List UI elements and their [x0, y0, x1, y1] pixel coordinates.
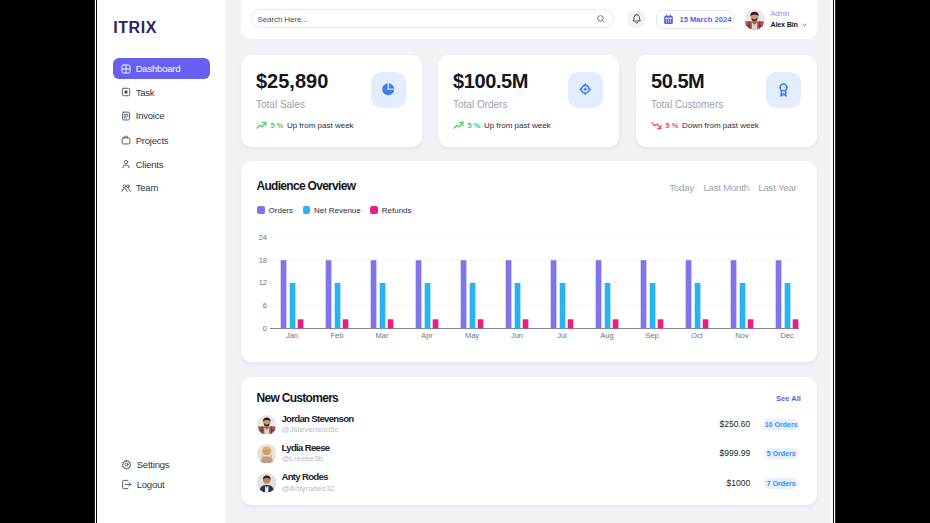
svg-text:Jan: Jan — [286, 330, 298, 339]
svg-text:Nov: Nov — [736, 330, 750, 339]
svg-text:0: 0 — [263, 324, 267, 333]
svg-text:Aug: Aug — [601, 330, 614, 339]
svg-text:Apr: Apr — [422, 330, 434, 339]
svg-text:Jun: Jun — [511, 330, 523, 339]
svg-text:18: 18 — [259, 255, 267, 264]
svg-text:Sep: Sep — [646, 330, 659, 339]
svg-text:May: May — [465, 330, 479, 339]
svg-text:Jul: Jul — [558, 330, 568, 339]
svg-text:6: 6 — [263, 301, 267, 310]
svg-text:12: 12 — [259, 278, 267, 287]
svg-text:Mar: Mar — [376, 330, 389, 339]
svg-text:Oct: Oct — [692, 330, 705, 339]
svg-text:Dec: Dec — [781, 330, 795, 339]
svg-text:24: 24 — [259, 232, 267, 241]
svg-text:Feb: Feb — [331, 330, 344, 339]
